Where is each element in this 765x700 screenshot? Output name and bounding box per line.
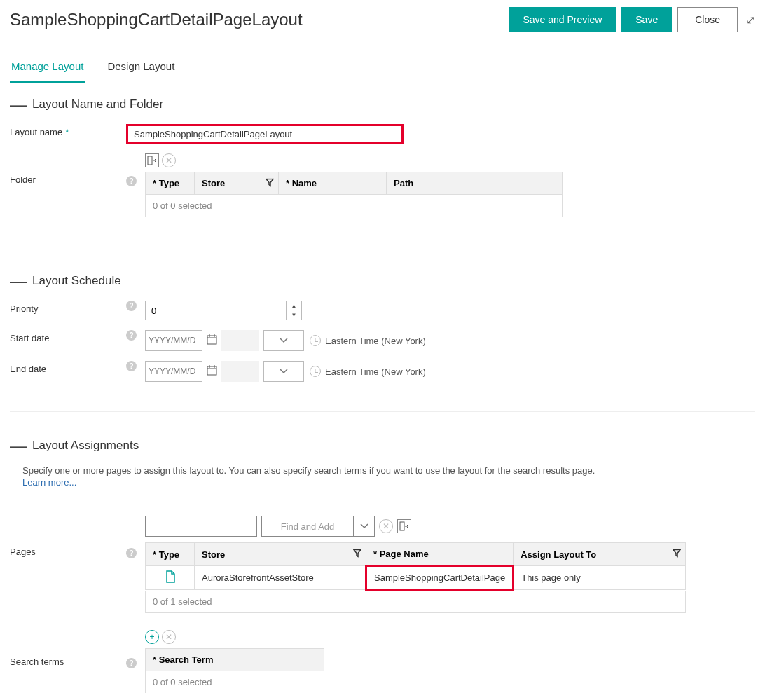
remove-icon[interactable]: ✕ xyxy=(379,519,393,533)
required-indicator: * xyxy=(65,127,69,137)
find-add-dropdown[interactable] xyxy=(353,516,374,536)
help-icon[interactable]: ? xyxy=(126,361,137,371)
time-dropdown[interactable] xyxy=(263,330,304,351)
col-assign[interactable]: Assign Layout To xyxy=(514,543,686,566)
start-date-input[interactable] xyxy=(145,330,202,351)
timezone-text: Eastern Time (New York) xyxy=(325,336,426,346)
section-title-assignments: Layout Assignments xyxy=(32,439,139,453)
layout-name-label: Layout name xyxy=(10,127,62,137)
col-type[interactable]: * Type xyxy=(146,543,195,566)
priority-label: Priority xyxy=(10,303,38,314)
spinner-down[interactable]: ▼ xyxy=(287,310,301,320)
help-icon[interactable]: ? xyxy=(126,176,137,186)
priority-input[interactable] xyxy=(146,301,286,320)
col-store[interactable]: Store xyxy=(195,172,279,195)
pages-status: 0 of 1 selected xyxy=(145,591,686,613)
tab-manage-layout[interactable]: Manage Layout xyxy=(10,53,85,83)
clock-icon xyxy=(310,335,321,346)
expand-icon[interactable]: ⤢ xyxy=(746,13,755,27)
col-store[interactable]: Store xyxy=(195,543,366,566)
page-icon xyxy=(165,570,176,583)
find-add-button[interactable]: Find and Add xyxy=(261,516,375,537)
layout-name-input[interactable] xyxy=(126,124,404,144)
assignments-description: Specify one or more pages to assign this… xyxy=(22,465,755,476)
cell-page-name: SampleShoppingCartDetailPage xyxy=(366,566,514,590)
save-button[interactable]: Save xyxy=(621,7,672,32)
close-button[interactable]: Close xyxy=(677,7,738,32)
timezone-text: Eastern Time (New York) xyxy=(325,366,426,377)
section-title-name-folder: Layout Name and Folder xyxy=(32,97,163,111)
tabs: Manage Layout Design Layout xyxy=(0,53,765,83)
calendar-icon[interactable] xyxy=(207,365,217,378)
help-icon[interactable]: ? xyxy=(126,301,137,311)
calendar-icon[interactable] xyxy=(207,334,217,347)
open-icon[interactable] xyxy=(397,519,411,533)
time-input-disabled xyxy=(221,361,259,382)
filter-icon[interactable] xyxy=(353,549,361,560)
find-input[interactable] xyxy=(145,516,257,537)
section-title-schedule: Layout Schedule xyxy=(32,274,121,288)
save-preview-button[interactable]: Save and Preview xyxy=(509,7,616,32)
clock-icon xyxy=(310,366,321,377)
page-title: SampleShoppingCartDetailPageLayout xyxy=(10,10,503,29)
help-icon[interactable]: ? xyxy=(126,330,137,341)
col-search-term[interactable]: * Search Term xyxy=(146,649,324,671)
search-terms-table: * Search Term xyxy=(145,648,324,671)
svg-rect-5 xyxy=(207,366,216,375)
time-dropdown[interactable] xyxy=(263,361,304,382)
pages-label: Pages xyxy=(10,547,36,557)
filter-icon[interactable] xyxy=(673,549,681,560)
add-icon[interactable]: + xyxy=(145,630,159,644)
pages-table: * Type Store * Page Name Assign Layout T… xyxy=(145,542,686,591)
learn-more-link[interactable]: Learn more... xyxy=(22,477,76,488)
cell-assign: This page only xyxy=(514,566,686,590)
priority-spinner[interactable]: ▲ ▼ xyxy=(145,301,302,320)
end-date-input[interactable] xyxy=(145,361,202,382)
filter-icon[interactable] xyxy=(266,178,274,188)
start-date-label: Start date xyxy=(10,333,49,343)
help-icon[interactable]: ? xyxy=(126,658,137,668)
remove-icon[interactable]: ✕ xyxy=(162,153,176,167)
folder-label: Folder xyxy=(10,174,36,185)
col-type[interactable]: * Type xyxy=(146,172,195,195)
folder-status: 0 of 0 selected xyxy=(145,195,563,217)
tab-design-layout[interactable]: Design Layout xyxy=(106,53,176,83)
time-input-disabled xyxy=(221,330,259,351)
add-folder-icon[interactable] xyxy=(145,153,159,167)
spinner-up[interactable]: ▲ xyxy=(287,301,301,310)
svg-rect-9 xyxy=(400,522,404,530)
col-page-name[interactable]: * Page Name xyxy=(366,543,514,566)
search-terms-status: 0 of 0 selected xyxy=(145,671,324,693)
svg-rect-1 xyxy=(207,336,216,344)
remove-icon[interactable]: ✕ xyxy=(162,630,176,644)
col-path[interactable]: Path xyxy=(387,172,563,195)
search-terms-label: Search terms xyxy=(10,657,64,667)
end-date-label: End date xyxy=(10,364,46,374)
table-row[interactable]: AuroraStorefrontAssetStore SampleShoppin… xyxy=(146,566,686,590)
col-name[interactable]: * Name xyxy=(279,172,387,195)
help-icon[interactable]: ? xyxy=(126,548,137,558)
cell-store: AuroraStorefrontAssetStore xyxy=(195,566,366,590)
svg-rect-0 xyxy=(148,156,152,165)
folder-table: * Type Store * Name Path xyxy=(145,172,563,195)
